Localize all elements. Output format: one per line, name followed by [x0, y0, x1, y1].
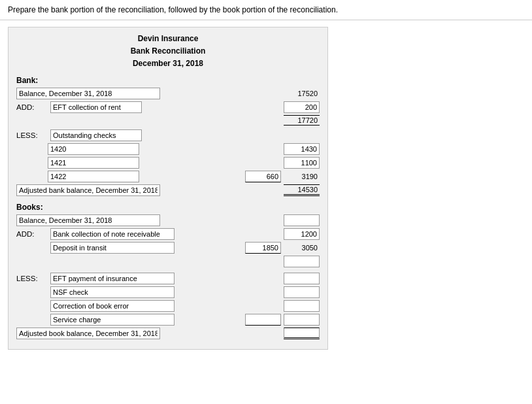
- books-balance-label-input[interactable]: [16, 214, 160, 226]
- adjusted-bank-label-input[interactable]: [16, 184, 160, 196]
- deposit-amount-input[interactable]: [245, 242, 281, 254]
- adjusted-bank-amount: 14530: [284, 184, 320, 196]
- nsf-amount-input[interactable]: [284, 286, 320, 298]
- bank-balance-label-input[interactable]: [16, 88, 160, 99]
- books-add-bank-row: ADD:: [16, 228, 320, 240]
- check-1422-input[interactable]: [48, 171, 139, 182]
- bank-section-label: Bank:: [16, 76, 320, 85]
- books-section-label: Books:: [16, 203, 320, 212]
- check-1422-row: 3190: [48, 171, 320, 182]
- book-error-input[interactable]: [50, 300, 175, 312]
- adjusted-book-amount-input[interactable]: [284, 328, 320, 339]
- bank-add-label: ADD:: [16, 103, 48, 111]
- check-1421-row: [48, 157, 320, 169]
- form-title: Bank Reconciliation: [16, 45, 320, 58]
- adjusted-book-row: [16, 328, 320, 339]
- books-correction-row: [16, 300, 320, 312]
- bank-less-outstanding-row: LESS:: [16, 129, 320, 141]
- books-nsf-row: [16, 286, 320, 298]
- company-name: Devin Insurance: [16, 33, 320, 45]
- check-1420-amount-input[interactable]: [284, 143, 320, 155]
- instruction-text: Prepare the bank portion of the reconcil…: [0, 0, 532, 20]
- books-less-eft-row: LESS:: [16, 273, 320, 284]
- form-header: Devin Insurance Bank Reconciliation Dece…: [16, 33, 320, 71]
- service-charge-amount-input[interactable]: [245, 314, 281, 326]
- book-error-amount-input[interactable]: [284, 300, 320, 312]
- bank-balance-row: 17520: [16, 88, 320, 99]
- books-subtotal-row: [16, 256, 320, 267]
- adjusted-book-label-input[interactable]: [16, 328, 160, 339]
- eft-insurance-input[interactable]: [50, 273, 175, 284]
- eft-rent-amount-input[interactable]: [284, 101, 320, 113]
- less-total-input[interactable]: [284, 314, 320, 326]
- adjusted-bank-row: 14530: [16, 184, 320, 196]
- bank-note-label-input[interactable]: [50, 228, 175, 240]
- bank-less-label: LESS:: [16, 131, 48, 139]
- check-1420-row: [48, 143, 320, 155]
- form-date: December 31, 2018: [16, 58, 320, 70]
- bank-subtotal-row: 17720: [16, 115, 320, 126]
- deposit-label-input[interactable]: [50, 242, 175, 254]
- books-less-label: LESS:: [16, 275, 48, 282]
- nsf-check-input[interactable]: [50, 286, 175, 298]
- check-1420-input[interactable]: [48, 143, 139, 155]
- check-1422-amount-input[interactable]: [245, 171, 281, 182]
- bank-add-eft-row: ADD:: [16, 101, 320, 113]
- books-add-label: ADD:: [16, 230, 48, 238]
- books-deposit-row: 3050: [16, 242, 320, 254]
- bank-note-amount-input[interactable]: [284, 228, 320, 240]
- books-subtotal-input[interactable]: [284, 256, 320, 267]
- checks-total: 3190: [284, 172, 320, 181]
- bank-subtotal-amount: 17720: [284, 115, 320, 126]
- reconciliation-form: Devin Insurance Bank Reconciliation Dece…: [8, 27, 328, 350]
- eft-rent-input[interactable]: [50, 101, 142, 113]
- books-balance-row: [16, 214, 320, 226]
- outstanding-checks-input[interactable]: [50, 129, 142, 141]
- check-1421-input[interactable]: [48, 157, 139, 169]
- books-service-row: [16, 314, 320, 326]
- service-charge-input[interactable]: [50, 314, 175, 326]
- bank-balance-amount: 17520: [284, 89, 320, 98]
- deposit-total: 3050: [284, 243, 320, 252]
- check-1421-amount-input[interactable]: [284, 157, 320, 169]
- eft-insurance-amount-input[interactable]: [284, 273, 320, 284]
- books-balance-amount-input[interactable]: [284, 214, 320, 226]
